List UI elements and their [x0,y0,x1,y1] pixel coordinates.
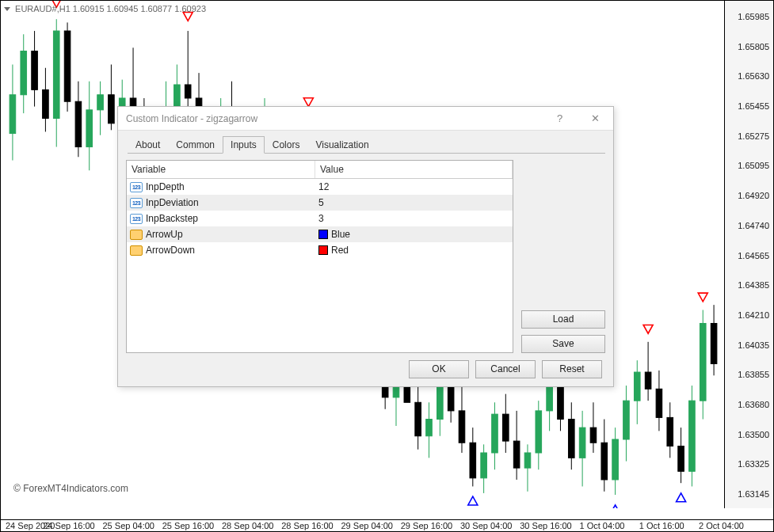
int-icon: 123 [130,182,143,192]
svg-rect-119 [656,389,662,417]
tab-common[interactable]: Common [168,136,223,154]
svg-rect-77 [426,420,433,436]
price-tick: 1.64565 [738,251,769,260]
column-value[interactable]: Value [315,161,513,178]
dialog-body: AboutCommonInputsColorsVisualization Var… [126,135,605,355]
time-tick: 30 Sep 04:00 [460,521,512,530]
svg-rect-9 [53,31,59,118]
variable-cell[interactable]: 123InpDepth [127,180,315,194]
svg-marker-139 [698,293,707,302]
side-buttons: Load Save [521,160,605,353]
svg-rect-123 [678,446,684,471]
svg-rect-95 [524,453,531,468]
variable-name: ArrowUp [146,229,183,240]
time-tick: 1 Oct 04:00 [580,521,625,530]
value-text: 3 [318,213,324,224]
price-tick: 1.63325 [738,459,769,469]
load-button[interactable]: Load [521,310,605,329]
value-text: 12 [318,181,329,192]
svg-rect-75 [415,402,421,435]
price-axis: 1.659851.658051.656301.654551.652751.650… [724,1,773,508]
close-button[interactable]: ✕ [578,107,613,131]
svg-rect-17 [97,95,104,110]
price-tick: 1.63500 [738,430,769,439]
time-tick: 24 Sep 16:00 [43,521,94,530]
svg-marker-136 [611,505,620,508]
svg-rect-11 [64,31,71,101]
price-tick: 1.64740 [738,221,769,230]
cancel-button[interactable]: Cancel [475,360,536,378]
price-tick: 1.64210 [738,310,769,320]
save-button[interactable]: Save [521,335,605,353]
svg-rect-93 [513,441,520,468]
color-swatch [318,245,328,255]
time-tick: 1 Oct 16:00 [639,521,684,530]
inputs-grid[interactable]: Variable Value 123InpDepth12123InpDeviat… [126,160,513,353]
tab-visualization[interactable]: Visualization [307,136,376,154]
int-icon: 123 [130,198,143,208]
tab-content-inputs: Variable Value 123InpDepth12123InpDeviat… [126,160,605,353]
price-tick: 1.65630 [738,71,769,81]
svg-rect-83 [459,411,465,443]
svg-rect-117 [645,372,651,389]
table-row[interactable]: ArrowDownRed [127,242,513,258]
tab-colors[interactable]: Colors [265,136,308,154]
svg-rect-125 [689,401,696,471]
time-tick: 29 Sep 04:00 [341,521,393,530]
tab-inputs[interactable]: Inputs [223,136,265,154]
time-tick: 25 Sep 16:00 [162,521,214,530]
price-tick: 1.64385 [738,280,769,290]
svg-rect-3 [21,51,27,95]
tab-bar: AboutCommonInputsColorsVisualization [128,135,605,154]
reset-button[interactable]: Reset [542,360,602,378]
svg-marker-131 [183,13,193,21]
ok-button[interactable]: OK [409,360,469,378]
variable-cell[interactable]: 123InpDeviation [127,196,315,210]
svg-marker-132 [303,98,313,107]
table-row[interactable]: 123InpBackstep3 [127,211,513,226]
color-swatch [318,230,328,239]
custom-indicator-dialog: Custom Indicator - zigzagarrow ? ✕ About… [117,106,614,387]
svg-rect-109 [601,443,608,480]
variable-name: InpDeviation [146,197,199,208]
tab-about[interactable]: About [128,136,168,154]
svg-rect-13 [75,101,82,146]
svg-rect-105 [579,428,585,458]
column-variable[interactable]: Variable [127,161,315,178]
price-tick: 1.65985 [738,12,769,21]
value-cell[interactable]: 5 [315,196,513,210]
svg-rect-15 [86,110,93,147]
svg-rect-87 [481,453,487,478]
value-text: Red [331,245,349,256]
help-button[interactable]: ? [542,107,578,131]
svg-rect-33 [185,85,191,98]
svg-rect-115 [634,372,640,401]
table-row[interactable]: ArrowUpBlue [127,226,513,242]
value-cell[interactable]: Red [315,243,513,257]
price-tick: 1.65805 [738,42,769,51]
value-text: Blue [331,229,350,240]
symbol-text: EURAUD#,H1 1.60915 1.60945 1.60877 1.609… [15,4,206,13]
dialog-titlebar[interactable]: Custom Indicator - zigzagarrow ? ✕ [118,107,613,131]
value-text: 5 [318,197,324,208]
time-tick: 25 Sep 04:00 [103,521,154,530]
table-row[interactable]: 123InpDepth12 [127,179,513,195]
time-tick: 2 Oct 04:00 [699,521,744,530]
symbol-label: EURAUD#,H1 1.60915 1.60945 1.60877 1.609… [4,4,206,13]
value-cell[interactable]: 12 [315,180,513,194]
svg-rect-103 [568,420,574,458]
variable-cell[interactable]: ArrowUp [127,227,315,241]
svg-marker-138 [677,493,686,502]
svg-rect-5 [32,51,38,90]
variable-cell[interactable]: 123InpBackstep [127,211,315,226]
variable-cell[interactable]: ArrowDown [127,243,315,257]
dropdown-icon [4,7,10,11]
value-cell[interactable]: Blue [315,227,513,241]
svg-rect-1 [10,95,16,134]
time-tick: 28 Sep 04:00 [222,521,273,530]
grid-rows: 123InpDepth12123InpDeviation5123InpBacks… [127,179,513,258]
value-cell[interactable]: 3 [315,211,513,226]
price-tick: 1.64035 [738,340,769,350]
price-tick: 1.65455 [738,101,769,111]
table-row[interactable]: 123InpDeviation5 [127,195,513,211]
